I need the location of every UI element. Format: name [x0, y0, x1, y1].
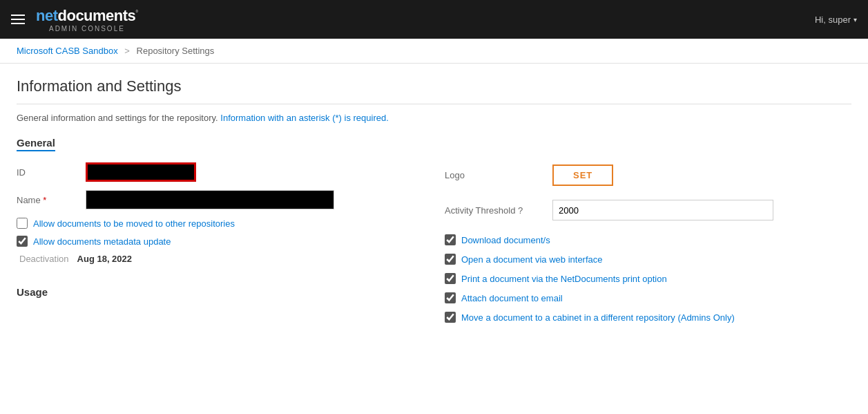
- checkbox-open-label[interactable]: Open a document via web interface: [461, 254, 603, 265]
- usage-heading: Usage: [17, 281, 417, 298]
- user-menu[interactable]: Hi, super ▾: [815, 15, 857, 25]
- description-general: General information and settings for the…: [17, 113, 218, 123]
- threshold-input[interactable]: [552, 200, 773, 220]
- checkbox-attach-row: Attach document to email: [445, 292, 851, 303]
- checkbox-move-cabinet[interactable]: [445, 312, 456, 323]
- user-greeting: Hi, super: [815, 15, 851, 25]
- deactivation-row: Deactivation Aug 18, 2022: [17, 254, 417, 264]
- breadcrumb: Microsoft CASB Sandbox > Repository Sett…: [0, 39, 868, 64]
- name-field-row: Name *: [17, 190, 417, 209]
- two-column-layout: General ID Name * Allow documents to be …: [17, 137, 851, 331]
- checkbox-metadata-label[interactable]: Allow documents metadata update: [33, 236, 171, 247]
- checkbox-move-documents-label[interactable]: Allow documents to be moved to other rep…: [33, 218, 235, 229]
- checkbox-move-documents[interactable]: [17, 218, 28, 229]
- header-left: netdocuments° ADMIN CONSOLE: [11, 7, 138, 32]
- menu-icon[interactable]: [11, 15, 25, 24]
- chevron-down-icon: ▾: [853, 16, 857, 23]
- logo-row: Logo SET: [445, 164, 851, 186]
- checkbox-metadata[interactable]: [17, 236, 28, 247]
- id-field-row: ID: [17, 162, 417, 182]
- breadcrumb-separator: >: [124, 46, 130, 56]
- name-required-asterisk: *: [43, 195, 46, 205]
- main-content: Information and Settings General informa…: [0, 64, 868, 345]
- name-label: Name *: [17, 195, 86, 205]
- threshold-row: Activity Threshold ?: [445, 200, 851, 220]
- header: netdocuments° ADMIN CONSOLE Hi, super ▾: [0, 0, 868, 39]
- logo-label: Logo: [445, 170, 541, 180]
- checkbox-open-row: Open a document via web interface: [445, 254, 851, 265]
- id-label: ID: [17, 167, 86, 178]
- description-required: Information with an asterisk (*) is requ…: [220, 113, 388, 123]
- deactivation-date: Aug 18, 2022: [77, 254, 133, 264]
- checkbox-move-cabinet-row: Move a document to a cabinet in a differ…: [445, 312, 851, 323]
- checkbox-print-row: Print a document via the NetDocuments pr…: [445, 273, 851, 284]
- name-input[interactable]: [86, 190, 334, 209]
- logo-text: netdocuments°: [36, 7, 138, 25]
- checkbox-move-documents-row: Allow documents to be moved to other rep…: [17, 218, 417, 229]
- checkbox-open[interactable]: [445, 254, 456, 265]
- id-value-box: [86, 162, 196, 182]
- set-logo-button[interactable]: SET: [552, 164, 613, 186]
- admin-console-label: ADMIN CONSOLE: [36, 25, 138, 32]
- checkbox-metadata-row: Allow documents metadata update: [17, 236, 417, 247]
- checkbox-print-label[interactable]: Print a document via the NetDocuments pr…: [461, 274, 667, 284]
- checkbox-attach-label[interactable]: Attach document to email: [461, 293, 563, 303]
- checkbox-download-row: Download document/s: [445, 234, 851, 245]
- breadcrumb-current: Repository Settings: [137, 46, 215, 56]
- checkbox-download-label[interactable]: Download document/s: [461, 235, 550, 245]
- general-heading: General: [17, 137, 55, 151]
- logo-net: net: [36, 7, 58, 24]
- right-column: Logo SET Activity Threshold ? Download d…: [445, 137, 851, 331]
- checkbox-attach[interactable]: [445, 292, 456, 303]
- deactivation-label: Deactivation: [19, 254, 69, 264]
- checkbox-print[interactable]: [445, 273, 456, 284]
- page-title: Information and Settings: [17, 77, 851, 104]
- breadcrumb-parent-link[interactable]: Microsoft CASB Sandbox: [17, 46, 118, 56]
- checkbox-download[interactable]: [445, 234, 456, 245]
- threshold-label: Activity Threshold ?: [445, 205, 541, 216]
- page-description: General information and settings for the…: [17, 113, 851, 123]
- left-column: General ID Name * Allow documents to be …: [17, 137, 417, 331]
- logo-documents: documents: [58, 7, 136, 24]
- logo-area: netdocuments° ADMIN CONSOLE: [36, 7, 138, 32]
- checkbox-move-cabinet-label[interactable]: Move a document to a cabinet in a differ…: [461, 312, 735, 323]
